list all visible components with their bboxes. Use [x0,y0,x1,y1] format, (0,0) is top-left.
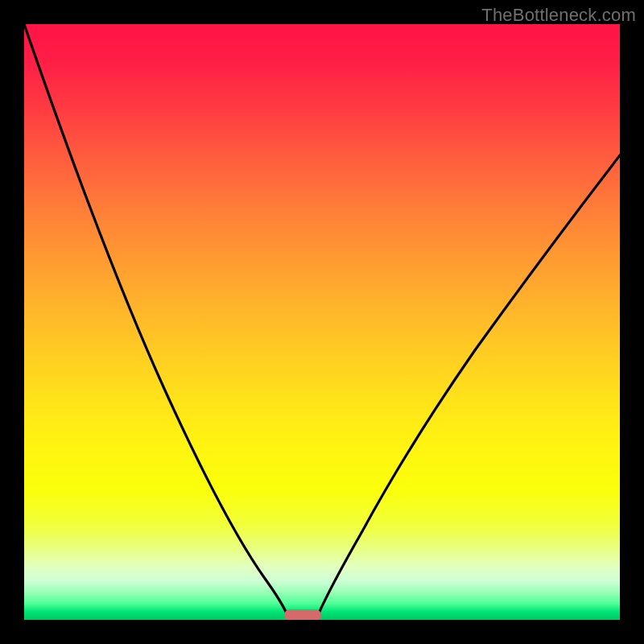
bottleneck-curve [24,24,620,620]
watermark-text: TheBottleneck.com [481,5,636,26]
curve-left-branch [24,24,287,615]
plot-area [24,24,620,620]
chart-frame: TheBottleneck.com [0,0,644,644]
curve-right-branch [318,155,620,615]
min-marker [284,609,321,620]
